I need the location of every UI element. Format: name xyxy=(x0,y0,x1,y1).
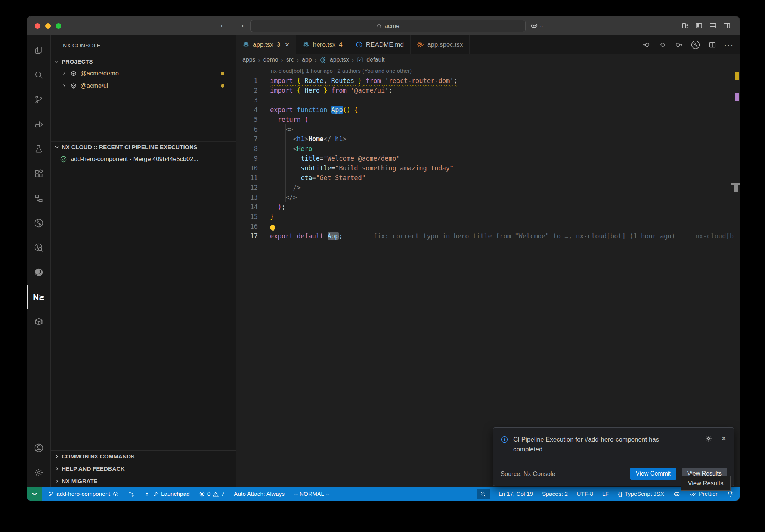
activity-item-source-control[interactable] xyxy=(27,87,50,112)
prev-change-icon[interactable] xyxy=(642,41,651,49)
pipeline-execution-item[interactable]: add-hero-component - Merge 409b44e5cb02.… xyxy=(51,153,236,165)
code-line[interactable]: 13 </> xyxy=(236,192,740,202)
tab-label: README.md xyxy=(366,41,404,49)
launchpad-status[interactable]: Launchpad xyxy=(144,491,190,497)
auto-attach-status[interactable]: Auto Attach: Always xyxy=(234,491,285,497)
code-line[interactable]: 4export function App() { xyxy=(236,105,740,115)
activity-item-search[interactable] xyxy=(27,63,50,87)
project-item-acme-ui[interactable]: @acme/ui xyxy=(51,80,236,92)
activity-item-account[interactable] xyxy=(27,436,50,460)
scrollbar-handle[interactable] xyxy=(734,185,738,192)
language-status[interactable]: {} TypeScript JSX xyxy=(618,491,664,497)
close-tab-icon[interactable]: ✕ xyxy=(285,41,289,48)
cursor-position-status[interactable]: Ln 17, Col 19 xyxy=(499,491,533,497)
editor-actions: ··· xyxy=(642,40,734,50)
code-line[interactable]: 3 xyxy=(236,95,740,105)
indentation-status[interactable]: Spaces: 2 xyxy=(542,491,568,497)
encoding-status[interactable]: UTF-8 xyxy=(577,491,593,497)
more-actions-icon[interactable]: ··· xyxy=(218,41,227,50)
code-line[interactable]: 5 return ( xyxy=(236,115,740,124)
next-change-icon[interactable] xyxy=(675,41,683,49)
copilot-status[interactable] xyxy=(673,490,681,498)
zoom-status[interactable] xyxy=(477,489,490,499)
formatter-status[interactable]: Prettier xyxy=(690,491,718,497)
minimize-window-button[interactable] xyxy=(45,23,51,29)
code-line[interactable]: 11 cta="Get Started" xyxy=(236,173,740,183)
breadcrumb-item-src[interactable]: src xyxy=(286,56,294,63)
toggle-secondary-sidebar-icon[interactable] xyxy=(723,22,731,30)
breadcrumb-item-app[interactable]: app xyxy=(302,56,312,63)
nx-cloud-section-header[interactable]: NX CLOUD :: RECENT CI PIPELINE EXECUTION… xyxy=(51,141,236,153)
notification-source: Source: Nx Console xyxy=(501,470,555,477)
tab-app.tsx[interactable]: app.tsx3✕ xyxy=(236,35,296,54)
code-line[interactable]: 1import { Route, Routes } from 'react-ro… xyxy=(236,76,740,86)
section-common-nx-commands[interactable]: COMMON NX COMMANDS xyxy=(51,450,236,463)
code-line[interactable]: 15} xyxy=(236,212,740,222)
split-editor-icon[interactable] xyxy=(708,41,716,49)
customize-layout-icon[interactable] xyxy=(681,22,689,30)
close-window-button[interactable] xyxy=(35,23,40,29)
activity-item-hierarchy[interactable] xyxy=(27,186,50,211)
code-line[interactable]: 17export default App;fix: correct typo i… xyxy=(236,231,740,241)
code-line[interactable]: 16 xyxy=(236,222,740,231)
remote-indicator[interactable]: >< xyxy=(27,487,42,501)
breadcrumb: apps›demo›src›app›app.tsx›default xyxy=(236,54,740,65)
more-actions-icon[interactable]: ··· xyxy=(724,41,734,49)
activity-item-nx-console[interactable]: N≥ xyxy=(27,285,50,309)
projects-section-header[interactable]: PROJECTS xyxy=(51,56,236,67)
view-commit-button[interactable]: View Commit xyxy=(630,468,676,480)
activity-item-run-debug[interactable] xyxy=(27,112,50,137)
tab-problems-badge: 3 xyxy=(277,41,280,49)
section-nx-migrate[interactable]: NX MIGRATE xyxy=(51,475,236,487)
notification-close-icon[interactable]: ✕ xyxy=(721,435,727,443)
rocket-icon xyxy=(144,491,150,497)
breadcrumb-item-demo[interactable]: demo xyxy=(263,56,278,63)
breadcrumb-item-app.tsx[interactable]: app.tsx xyxy=(330,56,349,63)
copilot-menu[interactable]: ⌄ xyxy=(530,21,543,30)
code-line[interactable]: 2import { Hero } from '@acme/ui'; xyxy=(236,86,740,95)
activity-item-explorer[interactable] xyxy=(27,38,50,63)
git-branch-status[interactable]: add-hero-component xyxy=(48,491,119,497)
breadcrumb-item-default[interactable]: default xyxy=(366,56,384,63)
activity-item-commit-search[interactable] xyxy=(27,235,50,260)
command-center-search[interactable]: acme xyxy=(250,20,526,32)
gitlens-graph-icon[interactable] xyxy=(691,40,700,50)
tab-README.md[interactable]: README.md xyxy=(349,35,411,54)
breadcrumb-item-apps[interactable]: apps xyxy=(242,56,255,63)
tab-hero.tsx[interactable]: hero.tsx4 xyxy=(296,35,349,54)
activity-item-containers[interactable] xyxy=(27,309,50,334)
problems-status[interactable]: 0 7 xyxy=(199,491,224,497)
code-line[interactable]: 14 ); xyxy=(236,202,740,212)
chevron-down-icon: ⌄ xyxy=(539,23,543,28)
code-line[interactable]: 7 <h1>Home</ h1> xyxy=(236,134,740,144)
code-area[interactable]: 1import { Route, Routes } from 'react-ro… xyxy=(236,76,740,487)
code-text: </> xyxy=(270,192,297,202)
toggle-primary-sidebar-icon[interactable] xyxy=(695,22,703,30)
notification-settings-icon[interactable] xyxy=(705,435,712,442)
activity-item-testing[interactable] xyxy=(27,137,50,161)
project-item-acme-demo[interactable]: @acme/demo xyxy=(51,67,236,80)
activity-item-settings[interactable] xyxy=(27,460,50,485)
activity-item-extensions[interactable] xyxy=(27,161,50,186)
current-change-icon[interactable] xyxy=(659,41,667,49)
code-line[interactable]: 6 <> xyxy=(236,124,740,134)
git-compare-status[interactable] xyxy=(128,491,134,497)
code-line[interactable]: 12 /> xyxy=(236,183,740,192)
nx-console-sidebar: NX CONSOLE ··· PROJECTS @acme/demo @acme… xyxy=(51,35,236,487)
toggle-panel-icon[interactable] xyxy=(709,22,717,30)
activity-item-edge-browser[interactable] xyxy=(27,260,50,285)
activity-item-gitlens[interactable] xyxy=(27,211,50,235)
eol-status[interactable]: LF xyxy=(602,491,609,497)
ruler-warning-marker xyxy=(735,72,739,80)
tab-app.spec.tsx[interactable]: app.spec.tsx xyxy=(411,35,470,54)
notifications-status[interactable] xyxy=(727,491,734,498)
history-forward-icon[interactable]: → xyxy=(237,20,245,29)
lightbulb-icon[interactable] xyxy=(270,225,275,230)
code-line[interactable]: 9 title="Welcome @acme/demo" xyxy=(236,154,740,163)
section-help-and-feedback[interactable]: HELP AND FEEDBACK xyxy=(51,463,236,475)
maximize-window-button[interactable] xyxy=(56,23,61,29)
code-line[interactable]: 10 subtitle="Build something amazing tod… xyxy=(236,163,740,173)
history-back-icon[interactable]: ← xyxy=(219,20,227,29)
editor-group: app.tsx3✕hero.tsx4README.mdapp.spec.tsx … xyxy=(236,35,740,487)
code-line[interactable]: 8 <Hero xyxy=(236,144,740,154)
